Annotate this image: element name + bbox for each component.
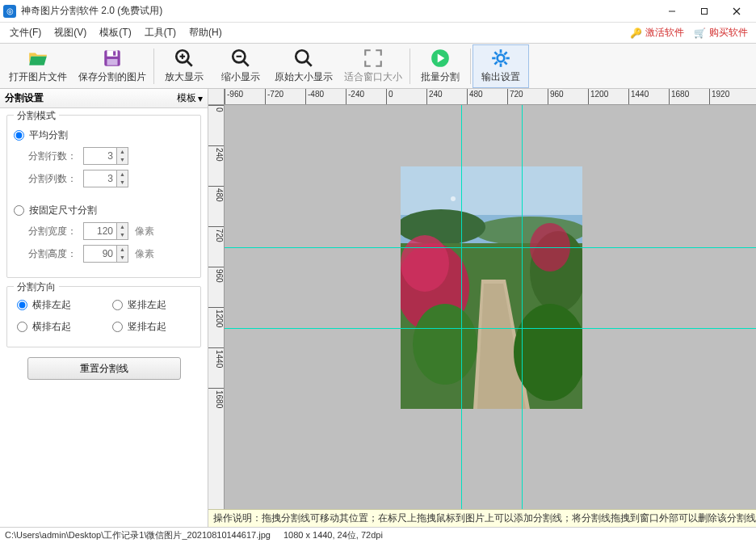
width-label: 分割宽度： (28, 225, 77, 238)
width-up[interactable]: ▲ (116, 223, 128, 231)
zoom-in-button[interactable]: 放大显示 (156, 44, 212, 88)
output-settings-button[interactable]: 输出设置 (472, 44, 529, 88)
cols-down[interactable]: ▼ (116, 179, 128, 187)
dir-v-left-label: 竖排左起 (128, 298, 166, 312)
side-panel: 分割设置 模板 ▾ 分割模式 平均分割 分割行数： 3 ▲▼ (0, 89, 208, 527)
split-guide-horizontal[interactable] (225, 247, 756, 248)
ruler-tick: -480 (305, 89, 324, 104)
height-up[interactable]: ▲ (116, 246, 128, 254)
dir-h-left-radio[interactable]: 横排左起 (17, 298, 96, 312)
minimize-button[interactable] (656, 2, 688, 21)
close-button[interactable] (720, 2, 753, 21)
fit-window-icon (363, 48, 384, 69)
template-label: 模板 (177, 91, 196, 105)
rows-value: 3 (84, 150, 116, 162)
ruler-tick: 1440 (208, 347, 224, 368)
output-settings-label: 输出设置 (481, 70, 520, 84)
actual-size-button[interactable]: 原始大小显示 (269, 44, 338, 88)
svg-rect-6 (113, 51, 116, 55)
status-path: C:\Users\admin\Desktop\工作记录1\微信图片_202108… (5, 529, 271, 541)
fit-window-button[interactable]: 适合窗口大小 (338, 44, 408, 88)
rows-up[interactable]: ▲ (116, 148, 128, 156)
actual-size-label: 原始大小显示 (275, 70, 333, 84)
save-split-label: 保存分割的图片 (78, 70, 146, 84)
save-split-button[interactable]: 保存分割的图片 (73, 44, 152, 88)
canvas-area[interactable] (225, 105, 756, 509)
reset-split-lines-button[interactable]: 重置分割线 (27, 357, 181, 380)
width-down[interactable]: ▼ (116, 231, 128, 239)
svg-rect-1 (702, 8, 708, 14)
fixed-size-label: 按固定尺寸分割 (29, 204, 97, 217)
avg-split-label: 平均分割 (29, 128, 68, 142)
ruler-tick: 960 (548, 89, 564, 104)
batch-split-button[interactable]: 批量分割 (412, 44, 468, 88)
menu-tools[interactable]: 工具(T) (138, 23, 183, 42)
fixed-size-radio[interactable]: 按固定尺寸分割 (14, 204, 194, 217)
dir-h-left-input[interactable] (17, 300, 27, 310)
rows-down[interactable]: ▼ (116, 156, 128, 164)
svg-point-38 (451, 196, 456, 201)
buy-link[interactable]: 🛒 购买软件 (689, 24, 753, 41)
activate-link[interactable]: 🔑 激活软件 (625, 24, 689, 41)
panel-title: 分割设置 (5, 91, 44, 105)
ruler-tick: 960 (208, 267, 224, 283)
ruler-horizontal[interactable]: -960-720-480-240024048072096012001440168… (225, 89, 756, 105)
dir-v-right-radio[interactable]: 竖排右起 (112, 320, 191, 334)
gear-icon (490, 48, 511, 69)
dir-v-right-input[interactable] (112, 322, 123, 332)
image-preview[interactable] (401, 166, 582, 409)
split-guide-vertical[interactable] (461, 105, 462, 509)
height-input[interactable]: 90 ▲▼ (83, 245, 128, 263)
save-icon (102, 48, 123, 69)
cols-input[interactable]: 3 ▲▼ (83, 170, 128, 187)
unit-label: 像素 (135, 225, 154, 238)
dir-h-left-label: 横排左起 (32, 298, 71, 312)
panel-header: 分割设置 模板 ▾ (0, 89, 208, 108)
dir-h-right-input[interactable] (17, 322, 27, 332)
menu-file[interactable]: 文件(F) (3, 23, 48, 42)
folder-open-icon (27, 48, 48, 69)
batch-icon (430, 48, 451, 69)
svg-line-24 (504, 61, 506, 64)
avg-split-radio[interactable]: 平均分割 (14, 128, 194, 142)
actual-size-icon (293, 48, 314, 69)
height-down[interactable]: ▼ (116, 254, 128, 262)
menu-help[interactable]: 帮助(H) (183, 23, 229, 42)
maximize-button[interactable] (688, 2, 720, 21)
avg-split-radio-input[interactable] (14, 130, 24, 141)
svg-point-33 (401, 235, 449, 292)
unit-label: 像素 (135, 247, 154, 261)
dir-h-right-radio[interactable]: 横排右起 (17, 320, 96, 334)
ruler-vertical[interactable]: 0240480720960120014401680 (208, 105, 225, 509)
buy-label: 购买软件 (709, 26, 748, 40)
toolbar-separator (410, 48, 410, 84)
ruler-tick: 1440 (628, 89, 649, 104)
ruler-tick: 240 (208, 145, 224, 162)
rows-input[interactable]: 3 ▲▼ (83, 147, 128, 165)
toolbar-separator (153, 48, 154, 84)
menu-view[interactable]: 视图(V) (48, 23, 93, 42)
dir-v-left-input[interactable] (112, 300, 123, 310)
svg-line-13 (243, 61, 249, 66)
fixed-size-radio-input[interactable] (14, 205, 24, 216)
cols-up[interactable]: ▲ (116, 170, 128, 179)
dir-v-left-radio[interactable]: 竖排左起 (112, 298, 191, 312)
menu-template[interactable]: 模板(T) (93, 23, 137, 42)
split-mode-title: 分割模式 (14, 109, 59, 123)
ruler-tick: 480 (467, 89, 483, 104)
window-title: 神奇图片分割软件 2.0 (免费试用) (21, 4, 656, 18)
svg-line-26 (504, 52, 506, 54)
split-guide-vertical[interactable] (522, 105, 523, 509)
open-file-button[interactable]: 打开图片文件 (3, 44, 73, 88)
split-guide-horizontal[interactable] (225, 328, 756, 329)
template-dropdown[interactable]: 模板 ▾ (177, 91, 203, 105)
help-strip: 操作说明：拖拽分割线可移动其位置；在标尺上拖拽鼠标到图片上可以添加分割线；将分割… (208, 509, 756, 527)
zoom-out-label: 缩小显示 (221, 70, 260, 84)
key-icon: 🔑 (630, 27, 642, 39)
ruler-tick: 0 (386, 89, 393, 104)
width-input[interactable]: 120 ▲▼ (83, 222, 128, 240)
cols-value: 3 (84, 173, 116, 184)
rows-label: 分割行数： (28, 149, 77, 163)
svg-rect-7 (107, 59, 118, 65)
zoom-out-button[interactable]: 缩小显示 (212, 44, 269, 88)
